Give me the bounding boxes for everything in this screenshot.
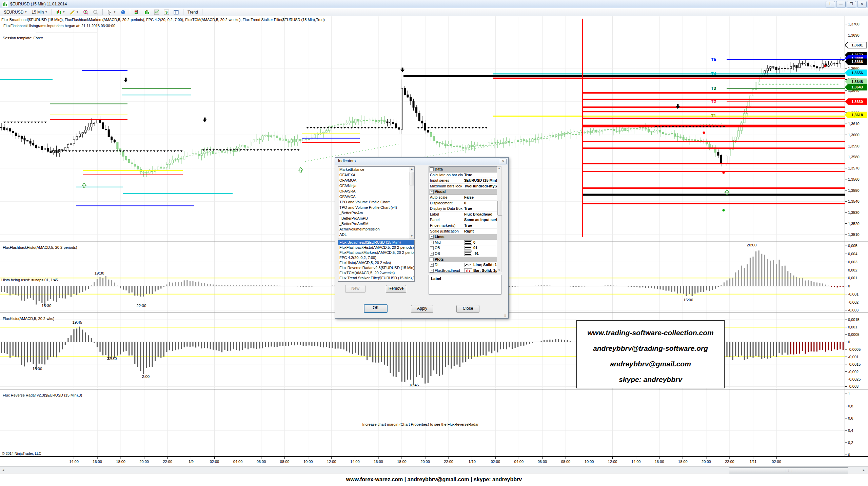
property-grid[interactable]: −DataCalculate on bar closTrueInput seri…: [429, 166, 497, 273]
svg-text:1,3666: 1,3666: [851, 60, 863, 64]
scrollbar-thumb[interactable]: [497, 201, 502, 216]
configured-indicators-list[interactable]: Flux Broadhead($EURUSD (15 Min))FluxFlas…: [338, 240, 415, 282]
grid-property-row[interactable]: +OS-91: [429, 251, 497, 257]
apply-button[interactable]: Apply: [411, 305, 433, 313]
property-label: Panel: [430, 217, 439, 223]
chart-trader-button[interactable]: [143, 9, 151, 15]
chevron-down-icon: ▼: [62, 11, 65, 14]
expand-icon[interactable]: +: [430, 246, 434, 250]
indicator-list-item[interactable]: OFA/EXA: [338, 172, 414, 178]
svg-text:Flux Reverse Radar v2.3($EURUS: Flux Reverse Radar v2.3($EURUSD (15 Min)…: [3, 393, 82, 397]
resize-grip[interactable]: ⠿: [504, 314, 508, 318]
grid-property-row[interactable]: +FluxBroadheadBar; Solid; 1px: [429, 268, 497, 273]
collapse-icon[interactable]: −: [430, 167, 434, 171]
minimize-button[interactable]: —: [836, 1, 846, 7]
indicator-list-item[interactable]: OFA/SRA: [338, 188, 414, 194]
indicator-list-item[interactable]: _BetterProAm: [338, 210, 414, 216]
grid-category-row[interactable]: −Plots: [429, 257, 497, 263]
expand-icon[interactable]: +: [430, 252, 434, 256]
grid-property-row[interactable]: +DILine; Solid; 1px: [429, 262, 497, 268]
close-button[interactable]: ✕: [857, 1, 867, 7]
available-indicators-list[interactable]: MarketBalanceOFA/EXAOFA/MOAOFA/NinjaOFA/…: [338, 166, 415, 239]
svg-text:14:00: 14:00: [350, 460, 360, 464]
grid-property-row[interactable]: Scale justificationRight: [429, 229, 497, 235]
dialog-titlebar[interactable]: Indicators ✕: [335, 158, 508, 165]
drawing-tools-button[interactable]: ▼: [68, 9, 80, 15]
configured-indicator-item[interactable]: Flux Broadhead($EURUSD (15 Min)): [338, 240, 414, 245]
grid-property-row[interactable]: Display in Data BoxTrue: [429, 206, 497, 212]
grid-property-row[interactable]: +Mid0: [429, 240, 497, 246]
property-label: OS: [435, 251, 440, 257]
indicator-list-item[interactable]: OFA/Ninja: [338, 183, 414, 188]
grid-scrollbar[interactable]: ▲ ▼: [497, 166, 501, 272]
data-grid-button[interactable]: [172, 9, 180, 15]
ok-button[interactable]: OK: [364, 304, 388, 313]
instrument-select[interactable]: $EURUSD▼: [3, 9, 28, 15]
dialog-close-icon[interactable]: ✕: [500, 159, 507, 164]
indicator-list-item[interactable]: TPO and Volume Profile Chart: [338, 199, 414, 205]
configured-indicator-item[interactable]: FPC 4.2(20, 0,2, 7:00): [338, 255, 414, 260]
indicator-list-item[interactable]: _BetterProAmSM: [338, 221, 414, 226]
grid-property-row[interactable]: +OB91: [429, 245, 497, 251]
scroll-left-arrow-icon[interactable]: ◄: [1, 468, 6, 473]
configured-indicator-item[interactable]: FluxFlashbackHisto(AMACD,5, 20 2-periods…: [338, 245, 414, 250]
line-chart-button[interactable]: [153, 9, 161, 15]
indicator-list-item[interactable]: _BetterProAmPB: [338, 216, 414, 221]
remove-button[interactable]: Remove: [386, 285, 406, 293]
horizontal-scrollbar[interactable]: ◄ ►: [0, 466, 868, 473]
new-button[interactable]: New: [345, 285, 366, 293]
grid-category-row[interactable]: −Data: [429, 167, 497, 173]
grid-property-row[interactable]: PanelSame as input series: [429, 217, 497, 223]
configured-indicator-item[interactable]: Flux Trend Stalker Elite($EURUSD (15 Min…: [338, 276, 414, 281]
grid-property-row[interactable]: Displacement0: [429, 201, 497, 206]
scrollbar-thumb[interactable]: [729, 467, 848, 473]
configured-indicator-item[interactable]: Flux Reverse Radar v2.3($EURUSD (15 Min)…: [338, 265, 414, 270]
grid-property-row[interactable]: Price marker(s)True: [429, 223, 497, 229]
indicator-list-item[interactable]: ADX: [338, 237, 414, 239]
grid-category-row[interactable]: −Visual: [429, 189, 497, 195]
list-scrollbar[interactable]: ▲ ▼: [409, 167, 414, 239]
chart-style-button[interactable]: ▼: [55, 9, 66, 15]
configured-indicator-item[interactable]: FluxHisto(AMACD,5, 20 2-wks): [338, 260, 414, 265]
trend-button[interactable]: Trend: [186, 9, 199, 15]
scroll-down-icon[interactable]: ▼: [409, 234, 414, 239]
property-label: Displacement: [430, 201, 453, 206]
indicator-list-item[interactable]: MarketBalance: [338, 167, 414, 172]
scroll-down-icon[interactable]: ▼: [497, 269, 501, 272]
grid-property-row[interactable]: Calculate on bar closTrue: [429, 173, 497, 178]
scrollbar-thumb[interactable]: [410, 172, 414, 185]
scroll-up-icon[interactable]: ▲: [409, 167, 414, 171]
link-button[interactable]: L: [826, 1, 835, 7]
svg-text:02:00: 02:00: [772, 460, 781, 464]
indicator-list-item[interactable]: TPO and Volume Profile Chart (v4): [338, 205, 414, 210]
grid-property-row[interactable]: Auto scaleFalse: [429, 195, 497, 201]
indicator-list-item[interactable]: ADL: [338, 232, 414, 237]
market-analyzer-button[interactable]: [133, 9, 141, 15]
globe-button[interactable]: [119, 9, 127, 15]
expand-icon[interactable]: +: [430, 269, 434, 272]
zoom-out-button[interactable]: [92, 9, 100, 15]
grid-property-row[interactable]: LabelFlux Broadhead: [429, 212, 497, 218]
session-template-overlay: Session template: Forex: [3, 36, 43, 40]
dollar-button[interactable]: $: [162, 9, 171, 15]
scroll-up-icon[interactable]: ▲: [497, 167, 501, 170]
grid-property-row[interactable]: Input series$EURUSD (15 Min): [429, 178, 497, 184]
indicator-list-item[interactable]: OFA/MOA: [338, 178, 414, 183]
interval-select[interactable]: 15 Min▼: [30, 9, 49, 15]
collapse-icon[interactable]: −: [430, 190, 434, 194]
collapse-icon[interactable]: −: [430, 258, 434, 261]
close-button[interactable]: Close: [456, 305, 479, 313]
cursor-button[interactable]: ▼: [105, 9, 117, 15]
indicator-list-item[interactable]: AcmeVolumeImpression: [338, 226, 414, 232]
grid-property-row[interactable]: Maximum bars look lTwoHundredFiftySix: [429, 184, 497, 189]
restore-button[interactable]: ❐: [847, 1, 856, 7]
scroll-right-arrow-icon[interactable]: ►: [861, 468, 866, 473]
configured-indicator-item[interactable]: FluxTCM(AMACD,5, 20 2-weeks): [338, 270, 414, 276]
expand-icon[interactable]: +: [430, 263, 434, 267]
grid-category-row[interactable]: −Lines: [429, 234, 497, 240]
indicator-list-item[interactable]: OFA/VCA: [338, 194, 414, 199]
expand-icon[interactable]: +: [430, 241, 434, 244]
zoom-in-button[interactable]: [82, 9, 90, 15]
configured-indicator-item[interactable]: FluxFlashbackMarkers(AMACD,5, 20 2-perio…: [338, 250, 414, 255]
collapse-icon[interactable]: −: [430, 235, 434, 239]
